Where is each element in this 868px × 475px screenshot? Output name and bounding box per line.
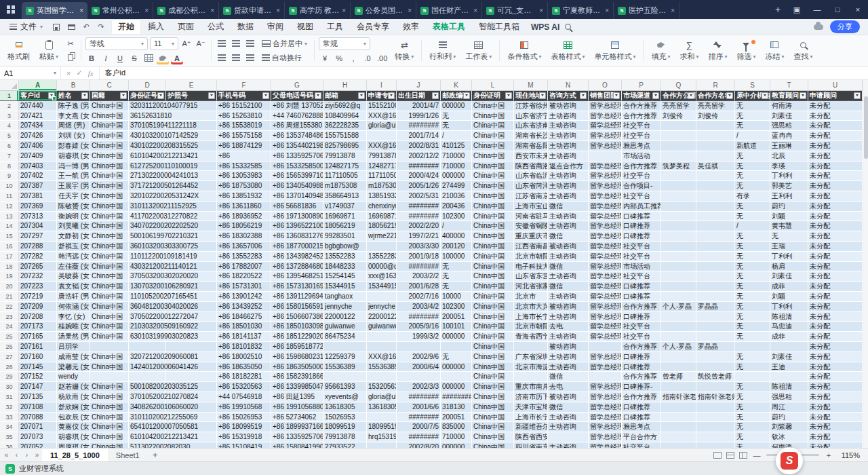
cell[interactable]: 2001/6/6 [397,402,441,412]
cell[interactable]: 陈祖清 [770,382,808,392]
cell[interactable]: 未分配 [808,312,863,322]
font-size-select[interactable]: 11▾ [150,37,178,50]
cell[interactable]: China中国 [472,302,514,311]
cell[interactable] [367,131,397,140]
cell[interactable]: 留学总经理 [589,242,622,251]
cell[interactable]: 27933522 [323,442,367,448]
cell[interactable]: xyevents@ [323,392,367,402]
cell[interactable]: 口碑推荐 [622,292,661,301]
cell[interactable]: 207223 [19,282,57,291]
cell[interactable]: 79913878 [323,432,367,442]
undo-button[interactable]: ↶ [79,21,93,33]
cell[interactable] [441,372,472,381]
cell[interactable]: 留学总经理 [589,282,622,291]
cell[interactable] [735,342,770,352]
header-cell[interactable]: 手机号码 [217,91,271,100]
cell[interactable]: 主动咨询 [548,442,589,448]
cell[interactable]: 去电 [548,322,589,331]
row-header[interactable]: 36 [0,442,19,448]
cell[interactable] [696,221,735,231]
row-header[interactable]: 31 [0,392,19,402]
cell[interactable]: 13618305 [323,402,367,412]
cell[interactable]: 曾老师 [661,372,696,381]
cell[interactable]: 黄嘉仪 (女 [57,422,90,432]
cell[interactable]: 口碑推荐 [622,362,661,372]
cell[interactable]: 陕西省商洛 [514,162,548,171]
filter-dropdown-icon[interactable] [388,92,395,99]
cell[interactable]: 207381 [19,191,57,201]
sheet-tab[interactable]: Sheet1 [108,449,148,461]
column-header[interactable]: K [441,80,472,90]
cell[interactable]: 袁文韬 (女 [57,282,90,291]
cell[interactable]: 陈敏赟 (女 [57,202,90,211]
cell[interactable]: China中国 [472,131,514,140]
cell[interactable]: 留学总经理 [589,392,622,402]
close-tab-icon[interactable]: × [79,7,83,14]
cell[interactable]: 留学总经理 [589,271,622,281]
header-cell[interactable]: 合作方名称 [696,91,735,100]
cell[interactable]: 400000 [441,231,472,241]
cell[interactable]: +86 18753080 [217,181,271,191]
cell[interactable]: +86 18936952 [217,212,271,221]
filter-dropdown-icon[interactable] [800,92,806,99]
cell[interactable]: China中国 [472,282,514,291]
cell[interactable]: 2002/9/6 [397,352,441,362]
cell[interactable] [166,422,217,432]
cell[interactable]: 12259379 [323,352,367,362]
underline-button[interactable]: U [114,52,126,64]
cell[interactable]: +86 15152100 [217,101,271,111]
cell[interactable] [661,262,696,271]
cell[interactable]: 未分配 [808,422,863,432]
cell[interactable]: 口碑推荐 [622,402,661,412]
cell[interactable] [696,312,735,322]
cell[interactable] [696,442,735,448]
cell[interactable]: 舒欣娴 (女 [57,402,90,412]
cell[interactable]: 留学总经理 [589,292,622,301]
row-header[interactable]: 5 [0,131,19,140]
cell[interactable]: 13552283 [323,252,367,261]
cell[interactable]: 207071 [19,422,57,432]
cell[interactable]: 15344915 [367,282,397,291]
cell[interactable]: China中国 [472,312,514,322]
cell[interactable]: 山东省济南 [514,121,548,130]
cell[interactable]: 上海市长宁 [514,312,548,322]
cell[interactable]: 无 [735,231,770,241]
cell[interactable] [661,252,696,261]
cell[interactable]: 北辰 [770,151,808,161]
cell[interactable]: 留学总经理 [589,413,622,422]
cell[interactable] [90,342,129,352]
cell[interactable] [735,372,770,381]
cell[interactable]: China中国 [472,413,514,422]
cell[interactable]: China中国 [90,242,129,251]
cell[interactable]: 主动咨询 [548,413,589,422]
cell[interactable]: China中国 [472,402,514,412]
save-button[interactable] [50,21,63,33]
cell[interactable]: +86 1360831276 [271,231,323,241]
header-cell[interactable]: 申请专业 [367,91,397,100]
file-tab[interactable]: S可冗_支付宝+滴...× [482,2,548,19]
cell[interactable]: 370502200012272047 [129,312,166,322]
cell[interactable]: China中国 [90,302,129,311]
cell[interactable] [166,352,217,362]
cell[interactable] [166,111,217,121]
cell[interactable]: 36152631810 [129,111,166,121]
cell[interactable]: ######## [397,312,441,322]
cell[interactable]: 留学总经理 [589,302,622,311]
cell[interactable]: +86 1877000215 [271,242,323,251]
cell[interactable]: 1997/2/21 [397,231,441,241]
cell[interactable]: 山东省菏泽 [514,181,548,191]
menu-tab[interactable]: 效率 [397,20,425,34]
number-format-select[interactable]: 常规▾ [319,37,370,50]
cell[interactable]: 西安市未来 [514,151,548,161]
cell[interactable] [661,121,696,130]
normal-view-icon[interactable] [713,452,722,459]
menu-tab[interactable]: 智能工具箱 [473,20,526,34]
cell[interactable]: 北京市大兴 [514,302,548,311]
cell[interactable]: 207282 [19,252,57,261]
filter-dropdown-icon[interactable] [358,92,365,99]
cell[interactable]: China中国 [90,382,129,392]
cell[interactable]: +86 18595187720 [271,342,323,352]
cell[interactable]: 未分配 [808,413,863,422]
cell[interactable]: 360103200303300725 [129,242,166,251]
cell[interactable]: 000000 [441,101,472,111]
